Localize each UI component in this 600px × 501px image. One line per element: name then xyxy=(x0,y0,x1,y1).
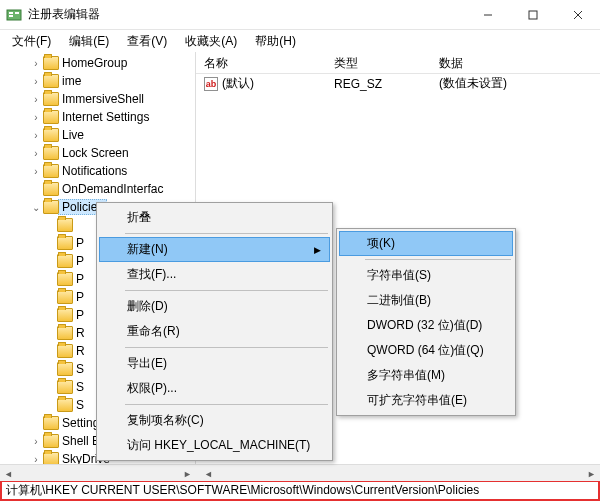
menu-help[interactable]: 帮助(H) xyxy=(247,31,304,52)
folder-icon xyxy=(43,74,59,88)
tree-item-label: P xyxy=(76,254,84,268)
chevron-right-icon: · xyxy=(44,220,56,231)
folder-icon xyxy=(57,308,73,322)
chevron-right-icon[interactable]: › xyxy=(30,130,42,141)
value-name: (默认) xyxy=(222,76,254,90)
svg-rect-1 xyxy=(9,12,13,14)
folder-icon xyxy=(57,380,73,394)
ctx-new-multi[interactable]: 多字符串值(M) xyxy=(339,363,513,388)
ctx-export[interactable]: 导出(E) xyxy=(99,351,330,376)
folder-icon xyxy=(57,344,73,358)
folder-icon xyxy=(43,128,59,142)
separator xyxy=(125,290,328,291)
chevron-right-icon[interactable]: › xyxy=(30,148,42,159)
folder-icon xyxy=(43,146,59,160)
ctx-new-dword[interactable]: DWORD (32 位)值(D) xyxy=(339,313,513,338)
menu-view[interactable]: 查看(V) xyxy=(119,31,175,52)
scroll-left-icon[interactable]: ◄ xyxy=(200,465,217,482)
chevron-right-icon: · xyxy=(30,184,42,195)
folder-icon xyxy=(57,218,73,232)
tree-item-label: P xyxy=(76,290,84,304)
chevron-right-icon: · xyxy=(44,274,56,285)
col-data[interactable]: 数据 xyxy=(431,52,600,73)
folder-icon xyxy=(57,398,73,412)
tree-item-label: S xyxy=(76,380,84,394)
ctx-new-qword[interactable]: QWORD (64 位)值(Q) xyxy=(339,338,513,363)
tree-item[interactable]: ›Internet Settings xyxy=(0,108,195,126)
chevron-right-icon: · xyxy=(44,364,56,375)
col-name[interactable]: 名称 xyxy=(196,52,326,73)
ctx-permissions[interactable]: 权限(P)... xyxy=(99,376,330,401)
ctx-new[interactable]: 新建(N) ▶ xyxy=(99,237,330,262)
ctx-goto[interactable]: 访问 HKEY_LOCAL_MACHINE(T) xyxy=(99,433,330,458)
folder-icon xyxy=(57,254,73,268)
separator xyxy=(125,233,328,234)
tree-item-label: HomeGroup xyxy=(62,56,127,70)
chevron-right-icon[interactable]: › xyxy=(30,76,42,87)
tree-item-label: Live xyxy=(62,128,84,142)
ctx-new-string[interactable]: 字符串值(S) xyxy=(339,263,513,288)
tree-item-label: OnDemandInterfac xyxy=(62,182,163,196)
tree-item[interactable]: ›Live xyxy=(0,126,195,144)
chevron-right-icon[interactable]: › xyxy=(30,112,42,123)
menu-edit[interactable]: 编辑(E) xyxy=(61,31,117,52)
tree-item[interactable]: ›Notifications xyxy=(0,162,195,180)
folder-icon xyxy=(43,92,59,106)
chevron-right-icon: · xyxy=(44,256,56,267)
chevron-right-icon[interactable]: › xyxy=(30,436,42,447)
scroll-right-icon[interactable]: ► xyxy=(583,465,600,482)
chevron-right-icon: · xyxy=(30,418,42,429)
tree-item[interactable]: ·OnDemandInterfac xyxy=(0,180,195,198)
chevron-right-icon[interactable]: › xyxy=(30,94,42,105)
ctx-collapse[interactable]: 折叠 xyxy=(99,205,330,230)
menubar: 文件(F) 编辑(E) 查看(V) 收藏夹(A) 帮助(H) xyxy=(0,30,600,52)
tree-item[interactable]: ›HomeGroup xyxy=(0,54,195,72)
folder-icon xyxy=(43,452,59,464)
minimize-button[interactable] xyxy=(465,0,510,30)
tree-item[interactable]: ›ime xyxy=(0,72,195,90)
tree-item[interactable]: ›ImmersiveShell xyxy=(0,90,195,108)
chevron-right-icon[interactable]: › xyxy=(30,58,42,69)
menu-file[interactable]: 文件(F) xyxy=(4,31,59,52)
tree-item-label: P xyxy=(76,236,84,250)
ctx-new-expand[interactable]: 可扩充字符串值(E) xyxy=(339,388,513,413)
folder-icon xyxy=(57,272,73,286)
ctx-copykey[interactable]: 复制项名称(C) xyxy=(99,408,330,433)
titlebar: 注册表编辑器 xyxy=(0,0,600,30)
ctx-find[interactable]: 查找(F)... xyxy=(99,262,330,287)
chevron-right-icon: · xyxy=(44,328,56,339)
col-type[interactable]: 类型 xyxy=(326,52,431,73)
scrollbar-horizontal[interactable]: ◄ ► ◄ ► xyxy=(0,464,600,481)
ctx-delete[interactable]: 删除(D) xyxy=(99,294,330,319)
menu-favorites[interactable]: 收藏夹(A) xyxy=(177,31,245,52)
statusbar: 计算机\HKEY CURRENT USER\SOFTWARE\Microsoft… xyxy=(0,481,600,501)
list-row[interactable]: ab(默认) REG_SZ (数值未设置) xyxy=(196,74,600,93)
chevron-right-icon[interactable]: › xyxy=(30,166,42,177)
chevron-right-icon[interactable]: › xyxy=(30,454,42,465)
context-submenu-new: 项(K) 字符串值(S) 二进制值(B) DWORD (32 位)值(D) QW… xyxy=(336,228,516,416)
submenu-arrow-icon: ▶ xyxy=(314,245,321,255)
ctx-rename[interactable]: 重命名(R) xyxy=(99,319,330,344)
separator xyxy=(125,347,328,348)
close-button[interactable] xyxy=(555,0,600,30)
statusbar-path: 计算机\HKEY CURRENT USER\SOFTWARE\Microsoft… xyxy=(6,482,479,499)
window-title: 注册表编辑器 xyxy=(28,6,465,23)
folder-icon xyxy=(43,56,59,70)
tree-item[interactable]: ›Lock Screen xyxy=(0,144,195,162)
chevron-right-icon: · xyxy=(44,382,56,393)
chevron-down-icon[interactable]: ⌄ xyxy=(30,202,42,213)
svg-rect-2 xyxy=(9,15,13,17)
value-type: REG_SZ xyxy=(326,77,431,91)
value-data: (数值未设置) xyxy=(431,75,600,92)
svg-rect-3 xyxy=(15,12,19,14)
svg-rect-5 xyxy=(529,11,537,19)
scroll-right-icon[interactable]: ► xyxy=(179,465,196,482)
ctx-new-binary[interactable]: 二进制值(B) xyxy=(339,288,513,313)
app-icon xyxy=(6,7,22,23)
chevron-right-icon: · xyxy=(44,238,56,249)
ctx-new-key[interactable]: 项(K) xyxy=(339,231,513,256)
string-icon: ab xyxy=(204,77,218,91)
folder-icon xyxy=(43,416,59,430)
maximize-button[interactable] xyxy=(510,0,555,30)
scroll-left-icon[interactable]: ◄ xyxy=(0,465,17,482)
